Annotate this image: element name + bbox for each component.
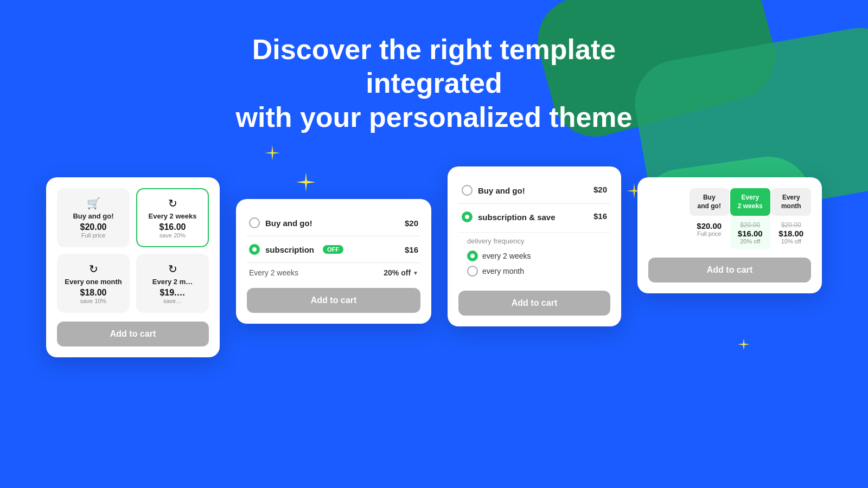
- subscription-row[interactable]: subscription & save $16: [458, 204, 610, 230]
- option-sub: save…: [144, 298, 201, 304]
- option-price: $20.00: [65, 222, 122, 232]
- cart-icon: 🛒: [65, 197, 122, 210]
- widget-card-4: Buyand go! Every2 weeks Everymonth $20.0…: [637, 177, 822, 293]
- price-value: $16.00: [733, 229, 767, 238]
- radio-selected[interactable]: [467, 251, 478, 261]
- option-label: Every one month: [65, 278, 122, 286]
- option-sub: Full price: [65, 232, 122, 239]
- page-headline: Discover the right template integrated w…: [190, 33, 678, 134]
- freq-option-label: every 2 weeks: [482, 252, 531, 260]
- radio-unselected[interactable]: [249, 217, 260, 228]
- col-header-2weeks[interactable]: Every2 weeks: [730, 188, 770, 216]
- add-to-cart-button[interactable]: Add to cart: [57, 322, 209, 346]
- freq-title: delivery frequency: [467, 237, 607, 245]
- price-month: $20.00 $18.00 10% off: [771, 217, 812, 249]
- row-label: Buy and go!: [265, 219, 312, 228]
- headline-line1: Discover the right template integrated: [252, 34, 616, 99]
- freq-option-label: every month: [482, 267, 524, 275]
- option-label: Every 2 m…: [144, 278, 201, 286]
- row-price: $20: [405, 219, 418, 228]
- option-label: Every 2 weeks: [144, 212, 201, 220]
- widget-card-2: Buy and go! $20 subscription OFF $16 Eve…: [236, 199, 431, 324]
- price-buy: $20.00 Full price: [690, 217, 730, 249]
- radio-unselected[interactable]: [462, 185, 473, 196]
- refresh-icon: ↻: [144, 197, 201, 210]
- row-price: $20: [593, 185, 607, 194]
- row-price: $16: [405, 245, 418, 254]
- old-price: $20.00: [775, 221, 808, 229]
- add-to-cart-button[interactable]: Add to cart: [648, 258, 811, 282]
- option-every-2m[interactable]: ↻ Every 2 m… $19.… save…: [136, 254, 209, 313]
- price-value: $20.00: [693, 221, 726, 230]
- price-2weeks: $20.00 $16.00 20% off: [730, 217, 770, 249]
- freq-value: 20% off ▼: [384, 268, 418, 277]
- option-price: $19.…: [144, 288, 201, 298]
- refresh-icon: ↻: [144, 262, 201, 275]
- buy-and-go-row[interactable]: Buy and go! $20: [247, 210, 420, 236]
- col-header-month[interactable]: Everymonth: [771, 188, 812, 216]
- frequency-row[interactable]: Every 2 weeks 20% off ▼: [247, 263, 420, 282]
- col-header-buy[interactable]: Buyand go!: [690, 188, 730, 216]
- freq-option-month[interactable]: every month: [467, 264, 607, 279]
- price-label: [648, 217, 688, 249]
- row-left: Buy and go!: [462, 185, 525, 196]
- freq-label: Every 2 weeks: [249, 268, 298, 277]
- row-left: subscription OFF: [249, 244, 343, 255]
- cards-row: 🛒 Buy and go! $20.00 Full price ↻ Every …: [46, 166, 822, 357]
- buy-and-go-row[interactable]: Buy and go! $20: [458, 177, 610, 204]
- frequency-block: delivery frequency every 2 weeks every m…: [458, 232, 610, 283]
- option-sub: save 20%: [144, 232, 201, 239]
- options-grid: 🛒 Buy and go! $20.00 Full price ↻ Every …: [57, 188, 209, 313]
- refresh-icon: ↻: [65, 262, 122, 275]
- price-sub: 20% off: [733, 238, 767, 245]
- widget-card-3: Buy and go! $20 subscription & save $16 …: [448, 166, 621, 326]
- row-label: Buy and go!: [478, 186, 525, 195]
- row-left: Buy and go!: [249, 217, 312, 228]
- row-left: subscription & save: [462, 211, 556, 222]
- chevron-icon: ▼: [413, 270, 418, 276]
- subscription-row[interactable]: subscription OFF $16: [247, 236, 420, 263]
- price-value: $18.00: [775, 229, 808, 238]
- toggle-badge[interactable]: OFF: [323, 245, 343, 254]
- radio-unselected[interactable]: [467, 266, 478, 277]
- radio-selected[interactable]: [249, 244, 260, 255]
- option-sub: save 10%: [65, 298, 122, 304]
- option-every-one-month[interactable]: ↻ Every one month $18.00 save 10%: [57, 254, 130, 313]
- headline-line2: with your personalized theme: [235, 101, 632, 133]
- option-price: $18.00: [65, 288, 122, 298]
- price-sub: Full price: [693, 230, 726, 237]
- freq-discount: 20% off: [384, 268, 411, 277]
- option-every-2-weeks[interactable]: ↻ Every 2 weeks $16.00 save 20%: [136, 188, 209, 247]
- widget-card-1: 🛒 Buy and go! $20.00 Full price ↻ Every …: [46, 177, 220, 357]
- row-label: subscription & save: [478, 213, 556, 222]
- option-buy-and-go[interactable]: 🛒 Buy and go! $20.00 Full price: [57, 188, 130, 247]
- add-to-cart-button[interactable]: Add to cart: [458, 291, 610, 316]
- price-sub: 10% off: [775, 238, 808, 245]
- price-table: Buyand go! Every2 weeks Everymonth $20.0…: [648, 188, 811, 249]
- freq-option-2weeks[interactable]: every 2 weeks: [467, 248, 607, 264]
- add-to-cart-button[interactable]: Add to cart: [247, 288, 420, 313]
- option-price: $16.00: [144, 222, 201, 232]
- table-header-empty: [648, 188, 688, 216]
- radio-selected[interactable]: [462, 211, 473, 222]
- main-content: Discover the right template integrated w…: [0, 0, 868, 357]
- row-label: subscription: [265, 245, 314, 254]
- row-price: $16: [593, 211, 607, 221]
- option-label: Buy and go!: [65, 212, 122, 220]
- old-price: $20.00: [733, 221, 767, 229]
